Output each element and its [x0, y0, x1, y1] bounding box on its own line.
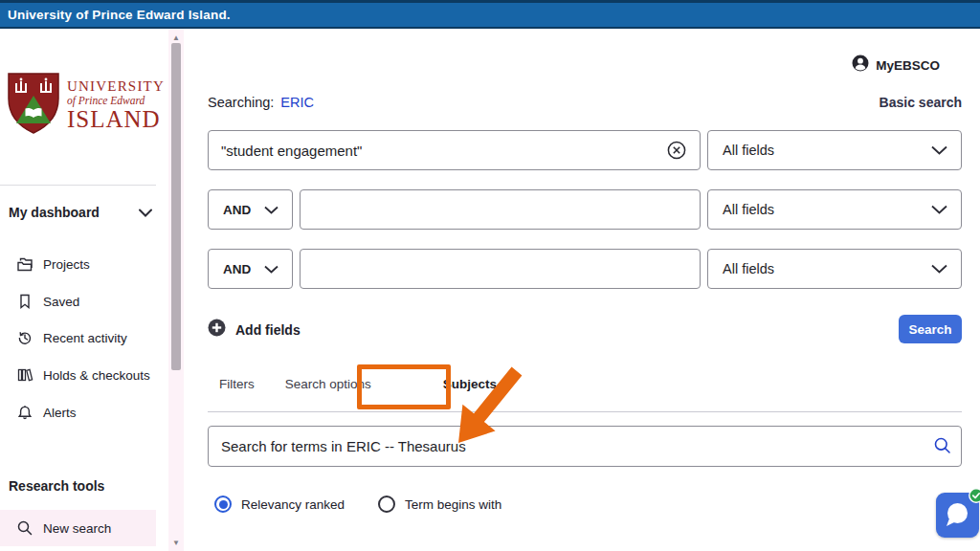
- chevron-down-icon: [139, 204, 152, 221]
- sidebar-item-label: Projects: [43, 257, 90, 272]
- research-tools-heading: Research tools: [9, 478, 104, 494]
- sidebar-item-projects[interactable]: Projects: [0, 252, 156, 276]
- sidebar: UNIVERSITY of Prince Edward ISLAND My da…: [0, 29, 168, 551]
- sidebar-item-new-search[interactable]: New search: [0, 510, 156, 546]
- person-circle-icon: [852, 55, 869, 76]
- tabs-divider: [208, 411, 962, 412]
- myebsco-account-button[interactable]: MyEBSCO: [852, 55, 940, 76]
- search-icon[interactable]: [933, 436, 952, 455]
- sidebar-item-label: Holds & checkouts: [43, 368, 150, 383]
- fields-select-3[interactable]: All fields: [707, 249, 962, 289]
- main-content: MyEBSCO Searching:ERIC Basic search All …: [184, 29, 980, 551]
- sidebar-item-label: Recent activity: [43, 331, 127, 345]
- searching-label: Searching:: [208, 95, 274, 110]
- tab-filters[interactable]: Filters: [219, 377, 255, 391]
- chat-online-badge-icon: [969, 488, 980, 503]
- tab-subjects[interactable]: Subjects: [443, 377, 497, 391]
- books-icon: [16, 366, 33, 384]
- search-term-input-1[interactable]: [208, 130, 701, 170]
- chevron-down-icon: [264, 260, 278, 277]
- plus-circle-icon: [208, 319, 226, 341]
- fields-select-1[interactable]: All fields: [707, 130, 962, 170]
- search-button[interactable]: Search: [899, 315, 962, 343]
- add-fields-label: Add fields: [235, 322, 301, 338]
- account-label: MyEBSCO: [876, 58, 940, 73]
- operator-select-2[interactable]: AND: [208, 189, 293, 230]
- basic-search-link[interactable]: Basic search: [880, 95, 962, 110]
- fields-select-2[interactable]: All fields: [707, 189, 962, 230]
- scrollbar-thumb[interactable]: [171, 43, 181, 370]
- search-term-input-2[interactable]: [300, 189, 701, 230]
- chevron-down-icon: [931, 260, 947, 277]
- thesaurus-search-input[interactable]: [208, 426, 962, 467]
- chat-button[interactable]: [936, 493, 979, 538]
- scroll-up-icon[interactable]: ▲: [168, 31, 184, 44]
- history-icon: [16, 329, 33, 346]
- sidebar-scrollbar[interactable]: ▲ ▼: [168, 29, 184, 551]
- add-fields-button[interactable]: Add fields: [208, 319, 301, 341]
- radio-term-begins-with[interactable]: Term begins with: [378, 496, 501, 513]
- upei-logo[interactable]: UNIVERSITY of Prince Edward ISLAND: [7, 71, 158, 140]
- chevron-down-icon: [264, 201, 278, 218]
- operator-select-3[interactable]: AND: [208, 249, 293, 289]
- searching-line: Searching:ERIC: [208, 95, 314, 110]
- sidebar-item-saved[interactable]: Saved: [0, 289, 156, 314]
- radio-unselected-icon: [378, 496, 395, 513]
- thesaurus-sort-options: Relevancy ranked Term begins with: [214, 496, 501, 513]
- sidebar-divider: [0, 185, 156, 186]
- radio-relevancy-ranked[interactable]: Relevancy ranked: [214, 496, 345, 513]
- my-dashboard-label: My dashboard: [9, 205, 100, 220]
- sidebar-my-dashboard[interactable]: My dashboard: [9, 204, 152, 221]
- folder-icon: [16, 255, 33, 273]
- institution-title: University of Prince Edward Island.: [8, 8, 231, 22]
- chevron-down-icon: [931, 142, 947, 159]
- bell-icon: [16, 404, 33, 421]
- scroll-down-icon[interactable]: ▼: [168, 536, 184, 549]
- top-bar: University of Prince Edward Island.: [0, 0, 980, 29]
- sidebar-item-alerts[interactable]: Alerts: [0, 400, 156, 425]
- chevron-down-icon: [931, 201, 947, 218]
- sidebar-item-label: New search: [43, 521, 111, 536]
- sidebar-item-label: Saved: [43, 295, 79, 309]
- upei-logo-text: UNIVERSITY of Prince Edward ISLAND: [67, 79, 165, 132]
- sidebar-item-label: Alerts: [43, 406, 77, 420]
- database-link[interactable]: ERIC: [280, 95, 314, 110]
- sidebar-item-recent-activity[interactable]: Recent activity: [0, 325, 156, 350]
- tab-search-options[interactable]: Search options: [285, 377, 371, 391]
- clear-input-icon[interactable]: [667, 141, 686, 160]
- search-icon: [16, 519, 33, 537]
- search-term-input-3[interactable]: [300, 249, 701, 289]
- radio-selected-icon: [214, 496, 232, 513]
- sidebar-item-holds-checkouts[interactable]: Holds & checkouts: [0, 363, 156, 387]
- upei-crest-icon: [7, 72, 60, 139]
- tab-bar: Filters Search options Subjects: [219, 377, 497, 391]
- bookmark-icon: [16, 293, 33, 310]
